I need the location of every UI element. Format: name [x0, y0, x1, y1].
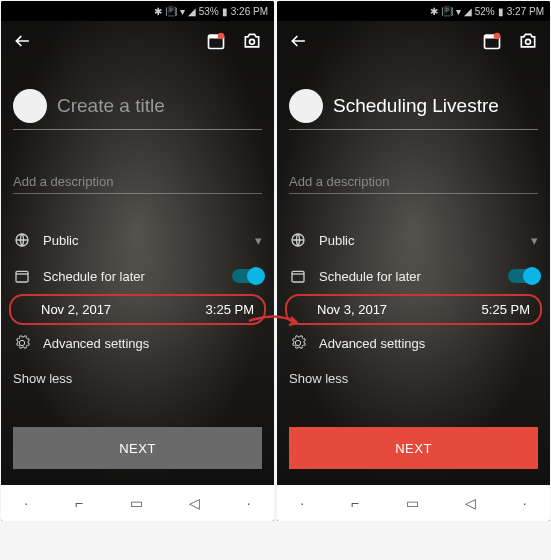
signal-icon: ◢	[188, 6, 196, 17]
title-input[interactable]: Scheduling Livestre	[333, 95, 499, 117]
battery-icon: ▮	[222, 6, 228, 17]
nav-dot-icon: ·	[300, 495, 304, 511]
schedule-date: Nov 3, 2017	[317, 302, 387, 317]
nav-recent-icon[interactable]: ⌐	[351, 495, 359, 511]
privacy-label: Public	[43, 233, 243, 248]
nav-dot-icon: ·	[523, 495, 527, 511]
privacy-row[interactable]: Public ▾	[13, 222, 262, 258]
advanced-settings-row[interactable]: Advanced settings	[289, 325, 538, 361]
nav-back-icon[interactable]: ◁	[189, 495, 200, 511]
status-time: 3:26 PM	[231, 6, 268, 17]
wifi-icon: ▾	[180, 6, 185, 17]
bluetooth-icon: ✱	[154, 6, 162, 17]
nav-home-icon[interactable]: ▭	[130, 495, 143, 511]
next-button[interactable]: NEXT	[13, 427, 262, 469]
gear-icon	[289, 335, 307, 351]
next-button[interactable]: NEXT	[289, 427, 538, 469]
android-nav-bar: · ⌐ ▭ ◁ ·	[277, 485, 550, 521]
schedule-datetime-row[interactable]: Nov 3, 2017 5:25 PM	[285, 294, 542, 325]
title-input[interactable]: Create a title	[57, 95, 165, 117]
vibrate-icon: 📳	[441, 6, 453, 17]
battery-icon: ▮	[498, 6, 504, 17]
battery-percent: 53%	[199, 6, 219, 17]
gear-icon	[13, 335, 31, 351]
schedule-toggle-row[interactable]: Schedule for later	[289, 258, 538, 294]
wifi-icon: ▾	[456, 6, 461, 17]
chevron-down-icon: ▾	[255, 233, 262, 248]
phone-right: ✱ 📳 ▾ ◢ 52% ▮ 3:27 PM Scheduli	[277, 1, 550, 521]
calendar-small-icon	[289, 268, 307, 284]
camera-switch-icon[interactable]	[518, 31, 538, 51]
schedule-date: Nov 2, 2017	[41, 302, 111, 317]
status-bar: ✱ 📳 ▾ ◢ 53% ▮ 3:26 PM	[1, 1, 274, 21]
schedule-toggle[interactable]	[508, 269, 538, 283]
signal-icon: ◢	[464, 6, 472, 17]
advanced-label: Advanced settings	[319, 336, 538, 351]
calendar-icon[interactable]	[206, 31, 226, 51]
calendar-icon[interactable]	[482, 31, 502, 51]
schedule-toggle-row[interactable]: Schedule for later	[13, 258, 262, 294]
phone-left: ✱ 📳 ▾ ◢ 53% ▮ 3:26 PM Create a	[1, 1, 274, 521]
calendar-small-icon	[13, 268, 31, 284]
battery-percent: 52%	[475, 6, 495, 17]
nav-recent-icon[interactable]: ⌐	[75, 495, 83, 511]
camera-switch-icon[interactable]	[242, 31, 262, 51]
chevron-down-icon: ▾	[531, 233, 538, 248]
globe-icon	[13, 232, 31, 248]
annotation-arrow-icon	[247, 313, 307, 337]
globe-icon	[289, 232, 307, 248]
bluetooth-icon: ✱	[430, 6, 438, 17]
show-less-link[interactable]: Show less	[289, 361, 538, 396]
svg-point-3	[250, 39, 255, 44]
status-time: 3:27 PM	[507, 6, 544, 17]
svg-point-8	[494, 33, 501, 40]
avatar	[289, 89, 323, 123]
nav-dot-icon: ·	[24, 495, 28, 511]
privacy-row[interactable]: Public ▾	[289, 222, 538, 258]
advanced-settings-row[interactable]: Advanced settings	[13, 325, 262, 361]
schedule-time: 5:25 PM	[482, 302, 530, 317]
description-input[interactable]: Add a description	[289, 174, 538, 194]
svg-rect-5	[16, 271, 28, 282]
advanced-label: Advanced settings	[43, 336, 262, 351]
avatar	[13, 89, 47, 123]
svg-point-9	[526, 39, 531, 44]
description-input[interactable]: Add a description	[13, 174, 262, 194]
show-less-link[interactable]: Show less	[13, 361, 262, 396]
schedule-label: Schedule for later	[43, 269, 220, 284]
nav-back-icon[interactable]: ◁	[465, 495, 476, 511]
nav-dot-icon: ·	[247, 495, 251, 511]
vibrate-icon: 📳	[165, 6, 177, 17]
svg-point-2	[218, 33, 225, 40]
back-icon[interactable]	[13, 31, 33, 51]
schedule-toggle[interactable]	[232, 269, 262, 283]
svg-rect-11	[292, 271, 304, 282]
privacy-label: Public	[319, 233, 519, 248]
schedule-label: Schedule for later	[319, 269, 496, 284]
back-icon[interactable]	[289, 31, 309, 51]
status-bar: ✱ 📳 ▾ ◢ 52% ▮ 3:27 PM	[277, 1, 550, 21]
nav-home-icon[interactable]: ▭	[406, 495, 419, 511]
schedule-datetime-row[interactable]: Nov 2, 2017 3:25 PM	[9, 294, 266, 325]
android-nav-bar: · ⌐ ▭ ◁ ·	[1, 485, 274, 521]
